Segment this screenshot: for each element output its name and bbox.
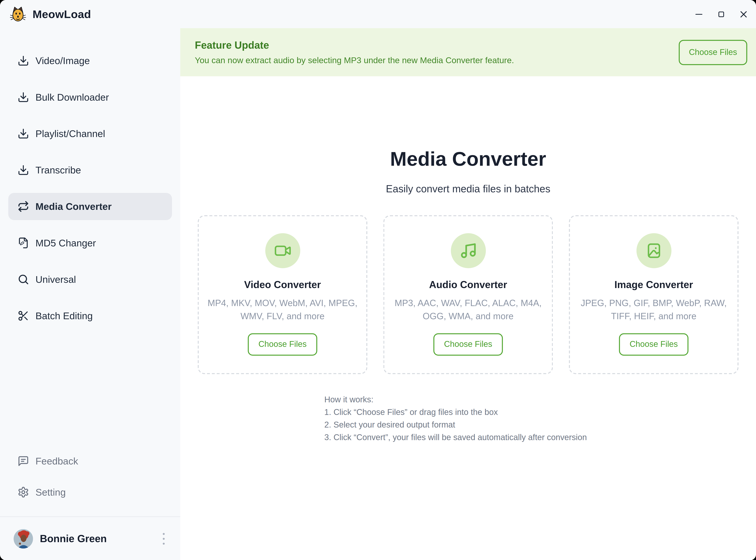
maximize-button[interactable]: [716, 9, 726, 19]
gear-icon: [18, 486, 29, 498]
app-window: MeowLoad: [0, 0, 756, 560]
card-title: Audio Converter: [429, 279, 507, 291]
meowload-logo-icon: [10, 6, 26, 22]
card-title: Image Converter: [614, 279, 693, 291]
sidebar-item-label: Transcribe: [36, 164, 81, 176]
banner-choose-files-button[interactable]: Choose Files: [679, 40, 747, 65]
card-formats: MP4, MKV, MOV, WebM, AVI, MPEG, WMV, FLV…: [207, 297, 358, 322]
file-pen-icon: [18, 237, 29, 249]
how-it-works-step: 1. Click “Choose Files” or drag files in…: [324, 406, 616, 419]
app-title: MeowLoad: [33, 7, 91, 21]
converter-cards: Video Converter MP4, MKV, MOV, WebM, AVI…: [180, 215, 756, 374]
video-camera-icon: [265, 233, 300, 268]
sidebar-item-label: Feedback: [36, 456, 78, 467]
card-title: Video Converter: [244, 279, 321, 291]
banner-title: Feature Update: [195, 39, 514, 51]
image-icon: [636, 233, 671, 268]
kebab-menu-icon[interactable]: [161, 531, 166, 546]
sidebar-item-label: Setting: [36, 486, 66, 498]
sidebar-item-label: Bulk Downloader: [36, 92, 109, 103]
titlebar: MeowLoad: [0, 0, 756, 28]
window-controls: [694, 9, 756, 19]
sidebar-item-label: MD5 Changer: [36, 237, 96, 248]
sidebar-item-md5-changer[interactable]: MD5 Changer: [8, 229, 172, 256]
download-icon: [18, 55, 29, 67]
sidebar-item-feedback[interactable]: Feedback: [8, 447, 172, 475]
close-button[interactable]: [738, 9, 748, 19]
how-it-works-step: 3. Click “Convert”, your files will be s…: [324, 432, 616, 444]
video-choose-files-button[interactable]: Choose Files: [248, 333, 317, 356]
video-converter-card: Video Converter MP4, MKV, MOV, WebM, AVI…: [198, 215, 367, 374]
sidebar-item-universal[interactable]: Universal: [8, 266, 172, 293]
page-subtitle: Easily convert media files in batches: [180, 183, 756, 195]
sidebar-item-label: Media Converter: [36, 201, 112, 212]
chat-bubble-icon: [18, 455, 29, 467]
how-it-works: How it works: 1. Click “Choose Files” or…: [320, 394, 616, 444]
sidebar-spacer: [0, 329, 180, 447]
image-choose-files-button[interactable]: Choose Files: [619, 333, 689, 356]
how-it-works-step: 2. Select your desired output format: [324, 419, 616, 432]
sidebar-item-bulk-downloader[interactable]: Bulk Downloader: [8, 84, 172, 111]
music-note-icon: [451, 233, 485, 268]
sidebar-nav: Video/Image Bulk Downloader Playlist/Cha…: [0, 28, 180, 329]
profile-name: Bonnie Green: [40, 533, 107, 544]
feature-update-banner: Feature Update You can now extract audio…: [180, 28, 756, 76]
sidebar: Video/Image Bulk Downloader Playlist/Cha…: [0, 28, 180, 560]
card-formats: JPEG, PNG, GIF, BMP, WebP, RAW, TIFF, HE…: [578, 297, 730, 322]
sidebar-item-label: Universal: [36, 274, 76, 285]
search-icon: [18, 274, 29, 285]
sidebar-item-video-image[interactable]: Video/Image: [8, 47, 172, 74]
sidebar-item-playlist-channel[interactable]: Playlist/Channel: [8, 120, 172, 147]
banner-text: Feature Update You can now extract audio…: [195, 39, 514, 65]
minimize-button[interactable]: [694, 9, 704, 19]
download-icon: [18, 164, 29, 176]
audio-choose-files-button[interactable]: Choose Files: [433, 333, 503, 356]
sidebar-item-batch-editing[interactable]: Batch Editing: [8, 302, 172, 329]
sidebar-item-label: Video/Image: [36, 55, 90, 66]
sidebar-item-label: Batch Editing: [36, 310, 93, 321]
converter-page: Media Converter Easily convert media fil…: [180, 76, 756, 560]
sidebar-item-setting[interactable]: Setting: [8, 479, 172, 506]
profile-row[interactable]: Bonnie Green: [0, 517, 180, 560]
page-title: Media Converter: [180, 148, 756, 171]
download-icon: [18, 91, 29, 103]
sidebar-item-media-converter[interactable]: Media Converter: [8, 193, 172, 220]
sidebar-item-transcribe[interactable]: Transcribe: [8, 157, 172, 184]
banner-message: You can now extract audio by selecting M…: [195, 55, 514, 65]
audio-converter-card: Audio Converter MP3, AAC, WAV, FLAC, ALA…: [383, 215, 553, 374]
avatar: [14, 529, 33, 548]
sidebar-footer-nav: Feedback Setting: [0, 447, 180, 506]
repeat-icon: [18, 201, 29, 213]
download-icon: [18, 128, 29, 139]
card-formats: MP3, AAC, WAV, FLAC, ALAC, M4A, OGG, WMA…: [392, 297, 544, 322]
image-converter-card: Image Converter JPEG, PNG, GIF, BMP, Web…: [569, 215, 738, 374]
scissors-icon: [18, 310, 29, 322]
how-it-works-heading: How it works:: [324, 394, 616, 406]
main-content: Feature Update You can now extract audio…: [180, 28, 756, 560]
sidebar-item-label: Playlist/Channel: [36, 128, 105, 139]
